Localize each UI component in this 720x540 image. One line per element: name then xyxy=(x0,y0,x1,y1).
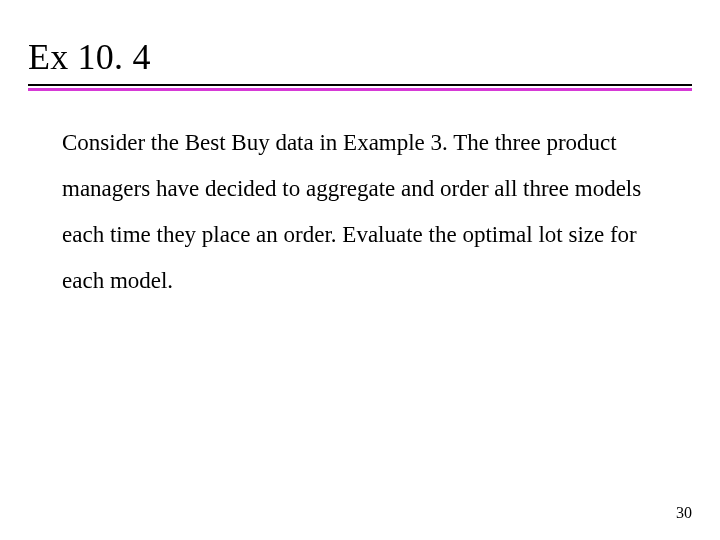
heading-block: Ex 10. 4 xyxy=(28,36,692,91)
heading-underline-black xyxy=(28,84,692,86)
heading-underline-magenta xyxy=(28,88,692,91)
page-number: 30 xyxy=(676,504,692,522)
slide-body: Consider the Best Buy data in Example 3.… xyxy=(62,120,662,304)
slide: Ex 10. 4 Consider the Best Buy data in E… xyxy=(0,0,720,540)
slide-heading: Ex 10. 4 xyxy=(28,36,692,84)
